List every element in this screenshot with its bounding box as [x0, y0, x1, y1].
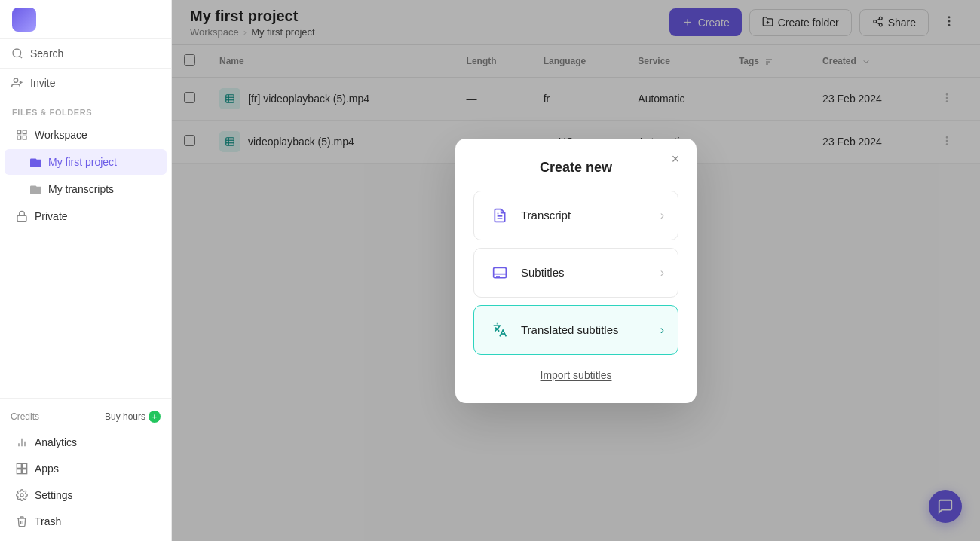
- workspace-label: Workspace: [35, 129, 87, 141]
- option-transcript-left: Transcript: [488, 203, 571, 228]
- option-subtitles-label: Subtitles: [521, 266, 565, 279]
- svg-point-17: [20, 494, 23, 497]
- trash-icon: [15, 515, 29, 528]
- option-subtitles-left: Subtitles: [488, 261, 565, 285]
- credits-bar: Credits Buy hours +: [0, 405, 171, 429]
- logo-icon: [12, 8, 36, 32]
- subtitles-icon: [488, 261, 512, 285]
- svg-rect-13: [17, 463, 21, 468]
- sidebar: Search Invite Files & Folders Workspace …: [0, 0, 172, 541]
- option-transcript-arrow: ›: [660, 209, 664, 222]
- search-icon: [11, 47, 24, 60]
- sidebar-item-settings[interactable]: Settings: [5, 482, 167, 508]
- workspace-icon: [15, 128, 29, 142]
- modal-close-button[interactable]: ×: [665, 149, 686, 170]
- option-subtitles-arrow: ›: [660, 266, 664, 280]
- plus-icon: +: [149, 411, 161, 423]
- files-section-label: Files & Folders: [0, 97, 171, 121]
- my-first-project-label: My first project: [48, 156, 117, 168]
- sidebar-item-workspace[interactable]: Workspace: [5, 122, 167, 148]
- sidebar-item-my-transcripts[interactable]: My transcripts: [5, 176, 167, 202]
- svg-point-2: [14, 78, 17, 82]
- svg-line-1: [20, 56, 22, 58]
- settings-label: Settings: [35, 489, 73, 501]
- sidebar-item-my-first-project[interactable]: My first project: [5, 149, 167, 175]
- transcripts-folder-icon: [29, 182, 42, 196]
- sidebar-logo: [0, 0, 171, 39]
- modal-overlay[interactable]: × Create new Transcript ›: [172, 0, 980, 541]
- svg-rect-8: [17, 136, 21, 139]
- svg-rect-7: [23, 136, 26, 139]
- modal-options: Transcript › Subtitles ›: [473, 191, 678, 355]
- trash-label: Trash: [35, 515, 61, 527]
- transcript-icon: [488, 203, 512, 228]
- sidebar-item-analytics[interactable]: Analytics: [5, 429, 167, 455]
- svg-rect-9: [17, 215, 26, 221]
- create-new-modal: × Create new Transcript ›: [455, 139, 697, 403]
- option-translated-label: Translated subtitles: [521, 323, 619, 336]
- svg-rect-14: [23, 463, 27, 468]
- main-content: My first project Workspace › My first pr…: [172, 0, 980, 541]
- my-transcripts-label: My transcripts: [48, 183, 114, 195]
- svg-point-0: [13, 49, 21, 57]
- buy-hours-button[interactable]: Buy hours +: [105, 411, 161, 423]
- folder-icon: [29, 155, 42, 169]
- svg-rect-16: [23, 469, 27, 474]
- option-translated-arrow: ›: [660, 323, 664, 337]
- sidebar-invite[interactable]: Invite: [0, 69, 171, 97]
- modal-footer: Import subtitles: [473, 368, 678, 382]
- option-transcript-label: Transcript: [521, 209, 571, 222]
- translate-icon: [488, 318, 512, 342]
- sidebar-item-apps[interactable]: Apps: [5, 456, 167, 481]
- private-label: Private: [35, 210, 68, 222]
- search-label: Search: [30, 47, 63, 60]
- sidebar-item-private[interactable]: Private: [5, 203, 167, 229]
- analytics-label: Analytics: [35, 436, 77, 448]
- modal-title: Create new: [473, 160, 678, 176]
- settings-icon: [15, 488, 29, 502]
- svg-rect-6: [23, 130, 26, 134]
- sidebar-bottom: Credits Buy hours + Analytics Apps Setti…: [0, 398, 171, 541]
- apps-icon: [15, 462, 29, 475]
- credits-label: Credits: [11, 411, 39, 422]
- option-translated-subtitles[interactable]: Translated subtitles ›: [473, 305, 678, 355]
- invite-label: Invite: [30, 77, 55, 89]
- invite-icon: [11, 76, 24, 90]
- apps-label: Apps: [35, 463, 59, 475]
- analytics-icon: [15, 436, 29, 449]
- svg-rect-5: [17, 130, 21, 134]
- lock-icon: [15, 209, 29, 223]
- sidebar-search[interactable]: Search: [0, 39, 171, 69]
- option-transcript[interactable]: Transcript ›: [473, 191, 678, 240]
- option-translated-left: Translated subtitles: [488, 318, 619, 342]
- sidebar-item-trash[interactable]: Trash: [5, 509, 167, 534]
- option-subtitles[interactable]: Subtitles ›: [473, 248, 678, 298]
- import-subtitles-link[interactable]: Import subtitles: [541, 369, 612, 381]
- buy-hours-label: Buy hours: [105, 411, 145, 422]
- svg-rect-15: [17, 469, 21, 474]
